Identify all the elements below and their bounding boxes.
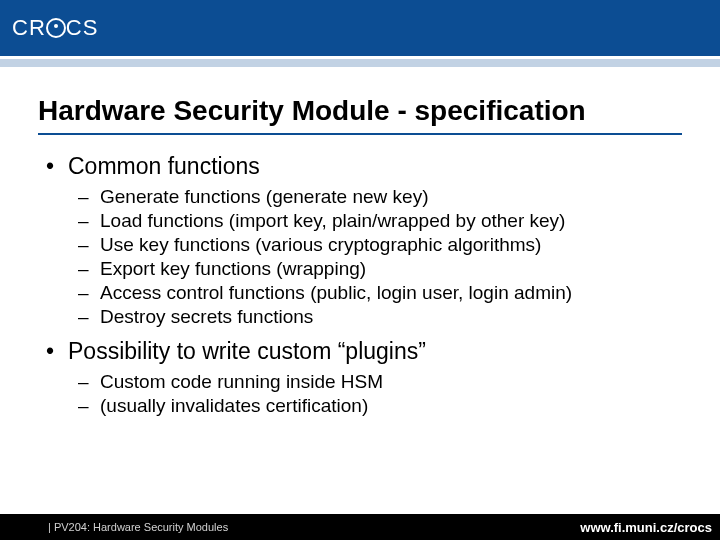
bullet-text: (usually invalidates certification) bbox=[100, 395, 368, 417]
bullet-l2: – Generate functions (generate new key) bbox=[78, 186, 682, 208]
bullet-text: Destroy secrets functions bbox=[100, 306, 313, 328]
bullet-l2: – Access control functions (public, logi… bbox=[78, 282, 682, 304]
header-thinline bbox=[0, 59, 720, 67]
brand-logo: CRCS bbox=[12, 15, 98, 41]
bullet-l2: – (usually invalidates certification) bbox=[78, 395, 682, 417]
slide-title: Hardware Security Module - specification bbox=[0, 67, 720, 133]
bullet-mark: • bbox=[46, 153, 68, 180]
slide-content: • Common functions – Generate functions … bbox=[0, 153, 720, 417]
bullet-text: Generate functions (generate new key) bbox=[100, 186, 428, 208]
dash-mark: – bbox=[78, 395, 100, 417]
dash-mark: – bbox=[78, 258, 100, 280]
bullet-text: Possibility to write custom “plugins” bbox=[68, 338, 426, 365]
bullet-l2: – Destroy secrets functions bbox=[78, 306, 682, 328]
bullet-text: Access control functions (public, login … bbox=[100, 282, 572, 304]
bullet-l1: • Common functions bbox=[46, 153, 682, 180]
bullet-mark: • bbox=[46, 338, 68, 365]
bullet-text: Load functions (import key, plain/wrappe… bbox=[100, 210, 565, 232]
bullet-l1: • Possibility to write custom “plugins” bbox=[46, 338, 682, 365]
dash-mark: – bbox=[78, 371, 100, 393]
dash-mark: – bbox=[78, 234, 100, 256]
dash-mark: – bbox=[78, 210, 100, 232]
bullet-l2: – Load functions (import key, plain/wrap… bbox=[78, 210, 682, 232]
bullet-l2: – Export key functions (wrapping) bbox=[78, 258, 682, 280]
footer-bar: | PV204: Hardware Security Modules www.f… bbox=[0, 514, 720, 540]
dash-mark: – bbox=[78, 186, 100, 208]
bullet-l2: – Use key functions (various cryptograph… bbox=[78, 234, 682, 256]
title-underline bbox=[38, 133, 682, 135]
dash-mark: – bbox=[78, 282, 100, 304]
bullet-text: Use key functions (various cryptographic… bbox=[100, 234, 541, 256]
bullet-l2: – Custom code running inside HSM bbox=[78, 371, 682, 393]
header-band: CRCS bbox=[0, 0, 720, 56]
bullet-text: Export key functions (wrapping) bbox=[100, 258, 366, 280]
footer-right: www.fi.muni.cz/crocs bbox=[580, 520, 712, 535]
bullet-text: Common functions bbox=[68, 153, 260, 180]
footer-left: | PV204: Hardware Security Modules bbox=[48, 521, 228, 533]
dash-mark: – bbox=[78, 306, 100, 328]
bullet-text: Custom code running inside HSM bbox=[100, 371, 383, 393]
